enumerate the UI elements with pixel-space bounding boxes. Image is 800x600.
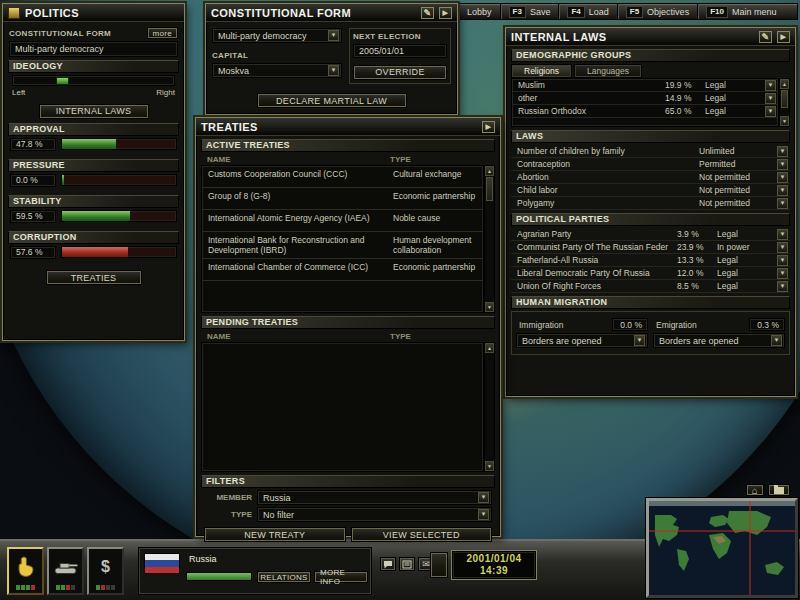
dropdown-arrow-icon[interactable] bbox=[478, 509, 489, 520]
law-row[interactable]: Abortion Not permitted bbox=[511, 171, 790, 184]
internal-laws-title-bar: INTERNAL LAWS bbox=[506, 28, 795, 46]
new-treaty-button[interactable]: NEW TREATY bbox=[204, 527, 346, 542]
religion-row[interactable]: other 14.9 % Legal bbox=[512, 92, 778, 105]
tab-languages[interactable]: Languages bbox=[574, 64, 642, 78]
time-control-button[interactable] bbox=[430, 552, 448, 578]
dropdown-arrow-icon[interactable] bbox=[478, 492, 489, 503]
scroll-up-icon[interactable] bbox=[485, 166, 494, 176]
dropdown-arrow-icon[interactable] bbox=[328, 65, 339, 76]
relations-bar bbox=[186, 572, 252, 581]
human-migration-group: Immigration 0.0 % Emigration 0.3 % Borde… bbox=[511, 311, 790, 355]
edit-icon[interactable] bbox=[421, 7, 434, 19]
lobby-button[interactable]: Lobby bbox=[459, 4, 501, 19]
more-info-button[interactable]: MORE INFO bbox=[314, 571, 368, 583]
scroll-down-icon[interactable] bbox=[780, 116, 789, 126]
folder-button[interactable] bbox=[768, 484, 790, 496]
treaties-button[interactable]: TREATIES bbox=[46, 270, 142, 285]
lobby-label: Lobby bbox=[467, 7, 492, 17]
dropdown-arrow-icon[interactable] bbox=[765, 106, 776, 117]
dropdown-arrow-icon[interactable] bbox=[777, 229, 788, 240]
party-row[interactable]: Communist Party Of The Russian Feder 23.… bbox=[511, 241, 790, 254]
treaty-row[interactable]: International Chamber of Commerce (ICC) … bbox=[202, 259, 483, 281]
dropdown-arrow-icon[interactable] bbox=[777, 159, 788, 170]
more-button[interactable]: more bbox=[147, 27, 178, 39]
scroll-up-icon[interactable] bbox=[485, 343, 494, 353]
human-migration-header: HUMAN MIGRATION bbox=[511, 296, 790, 309]
scroll-down-icon[interactable] bbox=[485, 461, 494, 471]
law-row[interactable]: Number of children by family Unlimited bbox=[511, 145, 790, 158]
ideology-slider-thumb[interactable] bbox=[56, 77, 69, 85]
dropdown-arrow-icon[interactable] bbox=[765, 93, 776, 104]
party-row[interactable]: Fatherland-All Russia 13.3 % Legal bbox=[511, 254, 790, 267]
home-button[interactable] bbox=[746, 484, 764, 496]
save-button[interactable]: F3 Save bbox=[501, 4, 560, 19]
military-mode-button[interactable] bbox=[47, 547, 84, 595]
dropdown-arrow-icon[interactable] bbox=[777, 198, 788, 209]
religion-row[interactable]: Russian Orthodox 65.0 % Legal bbox=[512, 105, 778, 118]
party-row[interactable]: Liberal Democratic Party Of Russia 12.0 … bbox=[511, 267, 790, 280]
internal-laws-button[interactable]: INTERNAL LAWS bbox=[39, 104, 149, 119]
capital-dropdown[interactable]: Moskva bbox=[212, 63, 342, 78]
immigration-borders-dropdown[interactable]: Borders are opened bbox=[516, 333, 648, 348]
dropdown-arrow-icon[interactable] bbox=[634, 335, 645, 346]
dropdown-arrow-icon[interactable] bbox=[777, 146, 788, 157]
dropdown-arrow-icon[interactable] bbox=[777, 268, 788, 279]
constitutional-form-label: CONSTITUTIONAL FORM bbox=[9, 29, 111, 38]
politics-badge-icon bbox=[8, 7, 20, 19]
religion-row[interactable]: Muslim 19.9 % Legal bbox=[512, 79, 778, 92]
detach-icon[interactable] bbox=[482, 121, 495, 133]
law-row[interactable]: Child labor Not permitted bbox=[511, 184, 790, 197]
economy-mode-button[interactable] bbox=[87, 547, 124, 595]
chat-icon[interactable] bbox=[380, 557, 396, 571]
party-row[interactable]: Agrarian Party 3.9 % Legal bbox=[511, 228, 790, 241]
minimap[interactable] bbox=[646, 498, 798, 598]
edit-icon[interactable] bbox=[759, 31, 772, 43]
relations-button[interactable]: RELATIONS bbox=[257, 571, 311, 583]
type-filter-dropdown[interactable]: No filter bbox=[257, 507, 492, 522]
treaties-title: TREATIES bbox=[201, 121, 258, 133]
treaty-row[interactable]: International Atomic Energy Agency (IAEA… bbox=[202, 210, 483, 232]
emigration-borders-dropdown[interactable]: Borders are opened bbox=[653, 333, 785, 348]
dropdown-arrow-icon[interactable] bbox=[777, 172, 788, 183]
detach-icon[interactable] bbox=[439, 7, 452, 19]
country-panel: Russia RELATIONS MORE INFO bbox=[138, 547, 372, 595]
scroll-down-icon[interactable] bbox=[485, 302, 494, 312]
scroll-up-icon[interactable] bbox=[780, 79, 789, 89]
dropdown-arrow-icon[interactable] bbox=[777, 281, 788, 292]
dropdown-arrow-icon[interactable] bbox=[771, 335, 782, 346]
dropdown-arrow-icon[interactable] bbox=[328, 30, 339, 41]
pending-treaties-scrollbar[interactable] bbox=[484, 342, 495, 472]
dropdown-arrow-icon[interactable] bbox=[777, 242, 788, 253]
load-button[interactable]: F4 Load bbox=[559, 4, 617, 19]
detach-icon[interactable] bbox=[777, 31, 790, 43]
override-button[interactable]: OVERRIDE bbox=[353, 65, 447, 80]
game-time: 14:39 bbox=[480, 565, 508, 577]
treaty-row[interactable]: Group of 8 (G-8) Economic partnership bbox=[202, 188, 483, 210]
filters-header: FILTERS bbox=[201, 475, 495, 488]
law-row[interactable]: Contraception Permitted bbox=[511, 158, 790, 171]
dropdown-arrow-icon[interactable] bbox=[765, 80, 776, 91]
active-treaties-scrollbar[interactable] bbox=[484, 165, 495, 313]
government-form-dropdown[interactable]: Multi-party democracy bbox=[212, 28, 342, 43]
treaty-row[interactable]: International Bank for Reconstruction an… bbox=[202, 232, 483, 259]
ideology-slider[interactable] bbox=[12, 75, 175, 86]
politics-mode-button[interactable] bbox=[7, 547, 44, 595]
member-filter-dropdown[interactable]: Russia bbox=[257, 490, 492, 505]
religions-scrollbar[interactable] bbox=[779, 78, 790, 127]
treaty-row[interactable]: Customs Cooperation Council (CCC) Cultur… bbox=[202, 166, 483, 188]
dropdown-arrow-icon[interactable] bbox=[777, 255, 788, 266]
objectives-label: Objectives bbox=[647, 7, 689, 17]
main-menu-button[interactable]: F10 Main menu bbox=[698, 4, 784, 19]
log-icon[interactable] bbox=[399, 557, 415, 571]
constitutional-form-value: Multi-party democracy bbox=[9, 41, 178, 57]
tab-religions[interactable]: Religions bbox=[511, 64, 572, 78]
economy-mode-indicator bbox=[96, 585, 115, 590]
declare-martial-law-button[interactable]: DECLARE MARTIAL LAW bbox=[257, 93, 407, 108]
law-row[interactable]: Polygamy Not permitted bbox=[511, 197, 790, 210]
dropdown-arrow-icon[interactable] bbox=[777, 185, 788, 196]
party-row[interactable]: Union Of Right Forces 8.5 % Legal bbox=[511, 280, 790, 293]
game-date: 2001/01/04 bbox=[466, 553, 521, 565]
objectives-button[interactable]: F5 Objectives bbox=[618, 4, 698, 19]
view-selected-button[interactable]: VIEW SELECTED bbox=[351, 527, 493, 542]
political-parties-header: POLITICAL PARTIES bbox=[511, 213, 790, 226]
